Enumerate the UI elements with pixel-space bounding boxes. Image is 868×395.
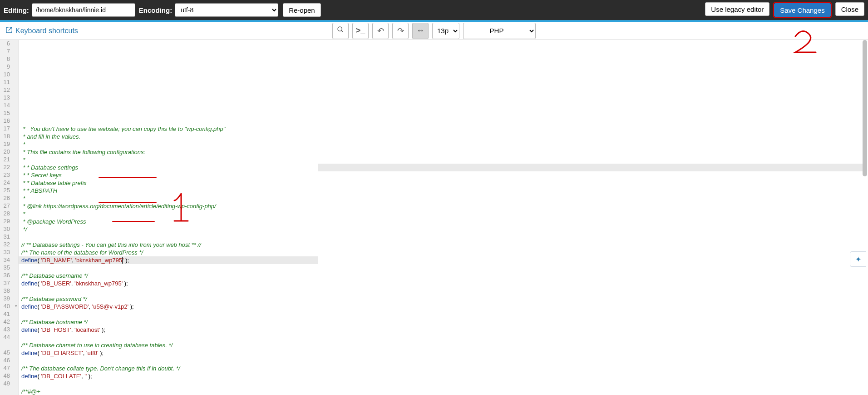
- editor-area: 6789101112131415161718192021222324252627…: [0, 40, 868, 395]
- redo-icon: ↷: [397, 26, 404, 36]
- code-line[interactable]: * * Database settings: [21, 164, 318, 171]
- search-button[interactable]: [332, 23, 349, 39]
- code-line[interactable]: /**#@+: [21, 388, 318, 395]
- code-line[interactable]: * This file contains the following confi…: [21, 148, 318, 156]
- terminal-button[interactable]: >_: [352, 23, 369, 39]
- terminal-icon: >_: [356, 26, 365, 35]
- line-gutter: 6789101112131415161718192021222324252627…: [0, 40, 19, 395]
- code-line[interactable]: /** The name of the database for WordPre…: [21, 249, 318, 256]
- code-line[interactable]: [21, 264, 318, 272]
- code-line[interactable]: /** Database charset to use in creating …: [21, 341, 318, 349]
- external-link-icon: [5, 26, 13, 35]
- assistant-widget[interactable]: ✦: [850, 251, 866, 267]
- code-line[interactable]: * * Secret keys: [21, 171, 318, 179]
- center-tools: >_ ↶ ↷ ↔ 13px PHP: [332, 23, 536, 39]
- save-annotation-box: Save Changes: [773, 2, 831, 18]
- search-icon: [337, 26, 344, 35]
- editing-label: Editing:: [4, 6, 29, 14]
- annotation-underline: [112, 221, 155, 222]
- encoding-select[interactable]: utf-8: [175, 3, 278, 17]
- close-button[interactable]: Close: [835, 2, 864, 16]
- code-content[interactable]: * You don't have to use the website; you…: [19, 40, 318, 395]
- code-line[interactable]: [21, 287, 318, 295]
- top-bar: Editing: Encoding: utf-8 Re-open Use leg…: [0, 0, 868, 21]
- legacy-editor-button[interactable]: Use legacy editor: [705, 2, 769, 16]
- code-line[interactable]: *: [21, 140, 318, 148]
- sparkle-icon: ✦: [855, 255, 861, 264]
- language-select[interactable]: PHP: [463, 23, 536, 39]
- annotation-number-2: [791, 27, 823, 59]
- svg-point-0: [338, 27, 342, 31]
- editor-toolbar: Keyboard shortcuts >_ ↶ ↷ ↔ 13px PHP: [0, 21, 868, 40]
- code-line[interactable]: /** Database username */: [21, 272, 318, 280]
- code-line[interactable]: define( 'DB_PASSWORD', 'u5S@v-v1p2' );: [21, 303, 318, 310]
- code-line[interactable]: define( 'DB_COLLATE', '' );: [21, 372, 318, 380]
- code-line[interactable]: * * Database table prefix: [21, 179, 318, 187]
- editing-path-input[interactable]: [32, 3, 135, 17]
- scrollbar-thumb[interactable]: [863, 40, 867, 176]
- code-line[interactable]: * You don't have to use the website; you…: [21, 125, 318, 133]
- code-line[interactable]: /** The database collate type. Don't cha…: [21, 365, 318, 372]
- code-line[interactable]: [21, 233, 318, 241]
- code-line[interactable]: [21, 334, 318, 341]
- reopen-button[interactable]: Re-open: [283, 3, 321, 17]
- editor-right-pane: [318, 40, 868, 395]
- code-line[interactable]: [21, 357, 318, 365]
- code-line[interactable]: define( 'DB_HOST', 'localhost' );: [21, 326, 318, 334]
- font-size-select[interactable]: 13px: [432, 23, 459, 39]
- code-line[interactable]: [21, 380, 318, 388]
- encoding-label: Encoding:: [139, 6, 172, 14]
- code-line[interactable]: define( 'DB_NAME', 'bknskhan_wp795' );: [19, 256, 318, 264]
- annotation-underline: [99, 177, 157, 178]
- code-line[interactable]: define( 'DB_USER', 'bknskhan_wp795' );: [21, 280, 318, 287]
- annotation-number-1: [168, 189, 195, 230]
- code-line[interactable]: *: [21, 156, 318, 164]
- svg-line-1: [341, 30, 343, 32]
- keyboard-shortcuts-link[interactable]: Keyboard shortcuts: [5, 26, 78, 35]
- save-changes-button[interactable]: Save Changes: [774, 3, 830, 17]
- code-line[interactable]: * and fill in the values.: [21, 133, 318, 140]
- code-line[interactable]: /** Database password */: [21, 295, 318, 303]
- code-line[interactable]: // ** Database settings - You can get th…: [21, 241, 318, 249]
- code-line[interactable]: [21, 310, 318, 318]
- vertical-scrollbar[interactable]: [863, 40, 867, 395]
- code-line[interactable]: define( 'DB_CHARSET', 'utf8' );: [21, 349, 318, 357]
- wrap-icon: ↔: [416, 26, 424, 35]
- undo-button[interactable]: ↶: [372, 23, 389, 39]
- code-line[interactable]: /** Database hostname */: [21, 318, 318, 326]
- wrap-toggle-button[interactable]: ↔: [412, 23, 429, 39]
- keyboard-shortcuts-label: Keyboard shortcuts: [15, 27, 78, 35]
- redo-button[interactable]: ↷: [392, 23, 409, 39]
- annotation-underline: [99, 202, 157, 203]
- undo-icon: ↶: [377, 26, 384, 36]
- highlight-extension: [318, 164, 863, 171]
